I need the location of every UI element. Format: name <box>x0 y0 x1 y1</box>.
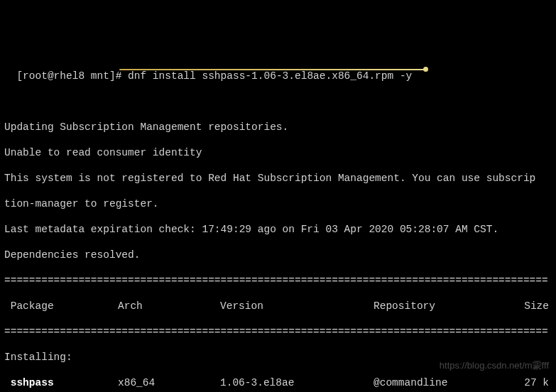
header-version: Version <box>220 300 374 312</box>
header-package: Package <box>4 300 118 312</box>
pkg-arch: x86_64 <box>118 376 220 389</box>
pkg-repo: @commandline <box>374 376 517 389</box>
prompt-line[interactable]: [root@rhel8 mnt]# dnf install sshpass-1.… <box>4 57 552 108</box>
header-repository: Repository <box>374 300 517 312</box>
divider: ========================================… <box>4 274 552 287</box>
header-arch: Arch <box>118 300 220 312</box>
highlight-underline <box>119 69 426 70</box>
pkg-size: 27 k <box>517 376 552 389</box>
divider: ========================================… <box>4 325 552 338</box>
output-line: Unable to read consumer identity <box>4 146 552 159</box>
table-row: sshpass x86_64 1.06-3.el8ae @commandline… <box>4 376 552 389</box>
command-input[interactable]: dnf install sshpass-1.06-3.el8ae.x86_64.… <box>128 70 412 82</box>
prompt-prefix: [root@rhel8 mnt]# <box>16 70 128 82</box>
output-line: tion-manager to register. <box>4 197 552 210</box>
pkg-name: sshpass <box>4 376 118 389</box>
output-line: Updating Subscription Management reposit… <box>4 121 552 134</box>
highlight-dot <box>423 67 428 72</box>
output-line: Dependencies resolved. <box>4 249 552 261</box>
header-size: Size <box>517 300 552 312</box>
output-line: Last metadata expiration check: 17:49:29… <box>4 223 552 236</box>
watermark: https://blog.csdn.net/m霥fff <box>440 359 549 372</box>
table-header: Package Arch Version Repository Size <box>4 300 552 312</box>
output-line: This system is not registered to Red Hat… <box>4 172 552 185</box>
pkg-version: 1.06-3.el8ae <box>220 376 374 389</box>
